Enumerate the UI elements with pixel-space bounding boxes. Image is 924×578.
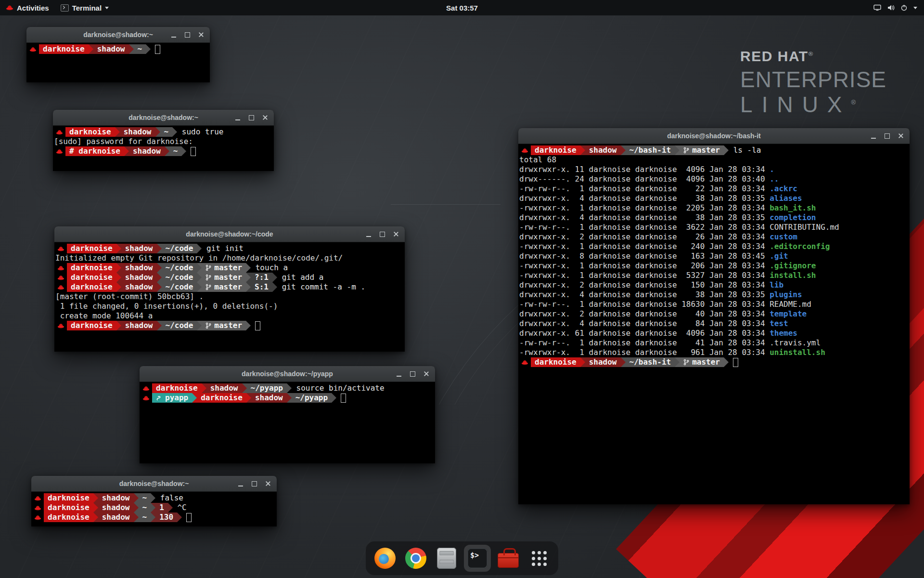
terminal-app-icon <box>61 4 69 12</box>
command-text: git add a <box>277 273 323 282</box>
dock-item-firefox[interactable] <box>372 545 398 572</box>
prompt-line: darknoiseshadow~/codemasterS:1 git commi… <box>55 282 405 292</box>
app-menu[interactable]: Terminal <box>55 0 115 15</box>
prompt-segment: ~/code <box>162 321 197 330</box>
dock-item-terminal[interactable]: $> <box>464 545 491 572</box>
redhat-icon <box>34 514 41 521</box>
terminal-window-sudo: darknoise@shadow:~ darknoiseshadow~ sudo… <box>53 110 274 171</box>
dock-item-files[interactable] <box>433 545 460 572</box>
window-titlebar[interactable]: darknoise@shadow:~/bash-it <box>518 128 910 144</box>
dock-item-app-grid[interactable] <box>526 545 552 572</box>
prompt-segment: 130 <box>155 512 177 522</box>
maximize-button[interactable] <box>882 131 892 141</box>
maximize-button[interactable] <box>246 112 257 123</box>
command-text: ls -la <box>729 145 761 155</box>
brand-line-1: RED HAT <box>740 48 808 64</box>
file-name: aliases <box>770 194 802 203</box>
powerline-separator-icon <box>246 282 251 292</box>
dock-item-chrome[interactable] <box>402 545 429 572</box>
close-button[interactable] <box>390 229 401 239</box>
clock[interactable]: Sat 03:57 <box>441 0 483 15</box>
powerline-separator-icon <box>287 393 292 403</box>
close-button[interactable] <box>259 112 270 123</box>
prompt-segment: shadow <box>98 493 134 503</box>
top-bar: Activities Terminal Sat 03:57 <box>0 0 924 15</box>
maximize-button[interactable] <box>377 229 387 239</box>
firefox-icon <box>374 548 396 569</box>
prompt-segment: shadow <box>129 146 165 156</box>
minimize-button[interactable] <box>235 478 246 489</box>
powerline-separator-icon <box>580 145 585 155</box>
close-button[interactable] <box>262 478 273 489</box>
prompt-line: darknoiseshadow~/codemaster touch a <box>55 263 405 273</box>
rhel-wordmark: RED HAT® ENTERPRISE LINUX® <box>740 48 886 118</box>
terminal-content[interactable]: darknoiseshadow~ sudo true[sudo] passwor… <box>53 126 274 171</box>
minimize-button[interactable] <box>168 29 179 40</box>
powerline-separator-icon <box>146 44 151 54</box>
powerline-separator-icon <box>621 145 626 155</box>
prompt-line: darknoiseshadow~ false <box>32 493 277 503</box>
prompt-segment: master <box>202 273 246 282</box>
powerline-separator-icon <box>151 512 155 522</box>
minimize-button[interactable] <box>232 112 243 123</box>
window-titlebar[interactable]: darknoise@shadow:~ <box>31 476 277 492</box>
file-name: .git <box>770 251 788 261</box>
git-branch-icon <box>205 322 211 329</box>
prompt-segment: shadow <box>585 357 621 367</box>
prompt-segment: ~/code <box>162 282 197 292</box>
redhat-icon <box>34 505 41 511</box>
powerline-separator-icon <box>151 493 155 503</box>
command-text: git commit -a -m . <box>277 282 365 291</box>
brand-line-2: ENTERPRISE <box>740 66 886 92</box>
maximize-button[interactable] <box>249 478 259 489</box>
minimize-button[interactable] <box>868 131 879 141</box>
terminal-window-bash-it: darknoise@shadow:~/bash-it darknoiseshad… <box>518 128 910 504</box>
ls-row: -rwxrwxr-x. 1 darknoise darknoise 5327 J… <box>519 271 910 280</box>
ls-row: -rwxrwxr-x. 1 darknoise darknoise 206 Ja… <box>519 261 910 271</box>
prompt-segment: ~/bash-it <box>626 357 675 367</box>
powerline-separator-icon <box>116 282 121 292</box>
terminal-content[interactable]: darknoiseshadow~/bash-itmaster ls -latot… <box>518 144 910 504</box>
redhat-icon <box>57 265 64 271</box>
chevron-down-icon <box>913 7 917 9</box>
git-branch-icon <box>683 359 689 366</box>
close-button[interactable] <box>195 29 206 40</box>
dock-item-toolbox[interactable] <box>495 545 522 572</box>
powerline-separator-icon <box>157 282 162 292</box>
window-titlebar[interactable]: darknoise@shadow:~/pyapp <box>140 366 435 382</box>
ls-row: drwx------. 24 darknoise darknoise 4096 … <box>519 174 910 184</box>
terminal-content[interactable]: darknoiseshadow~ falsedarknoiseshadow~1 … <box>31 492 277 526</box>
terminal-content[interactable]: darknoiseshadow~ <box>26 43 210 82</box>
prompt-line: darknoiseshadow~1 ^C <box>32 503 277 512</box>
terminal-content[interactable]: darknoiseshadow~/code git initInitialize… <box>54 242 405 352</box>
close-button[interactable] <box>421 368 431 379</box>
ls-row: drwxrwxr-x. 2 darknoise darknoise 150 Ja… <box>519 280 910 290</box>
powerline-separator-icon <box>134 503 139 512</box>
close-button[interactable] <box>895 131 906 141</box>
prompt-segment: darknoise <box>531 357 580 367</box>
redhat-icon <box>142 395 150 401</box>
powerline-separator-icon <box>675 145 680 155</box>
window-title: darknoise@shadow:~/bash-it <box>667 132 761 140</box>
maximize-button[interactable] <box>407 368 418 379</box>
minimize-button[interactable] <box>363 229 374 239</box>
system-status-area[interactable] <box>870 0 921 15</box>
maximize-button[interactable] <box>182 29 192 40</box>
window-titlebar[interactable]: darknoise@shadow:~ <box>26 27 210 43</box>
minimize-button[interactable] <box>394 368 404 379</box>
powerline-separator-icon <box>93 512 98 522</box>
window-titlebar[interactable]: darknoise@shadow:~/code <box>54 226 405 242</box>
prompt-segment: shadow <box>121 282 157 292</box>
prompt-segment: darknoise <box>67 244 116 253</box>
window-titlebar[interactable]: darknoise@shadow:~ <box>53 110 274 126</box>
python-icon <box>156 395 162 401</box>
ls-row: -rw-rw-r--. 1 darknoise darknoise 18630 … <box>519 300 910 309</box>
prompt-line: pyappdarknoiseshadow~/pyapp <box>141 393 435 403</box>
terminal-content[interactable]: darknoiseshadow~/pyapp source bin/activa… <box>140 382 435 463</box>
powerline-separator-icon <box>165 146 169 156</box>
file-name: .gitignore <box>770 261 816 270</box>
powerline-separator-icon <box>246 321 251 330</box>
activities-button[interactable]: Activities <box>0 0 55 15</box>
prompt-segment: ~/code <box>162 263 197 273</box>
prompt-segment: darknoise <box>152 383 202 393</box>
